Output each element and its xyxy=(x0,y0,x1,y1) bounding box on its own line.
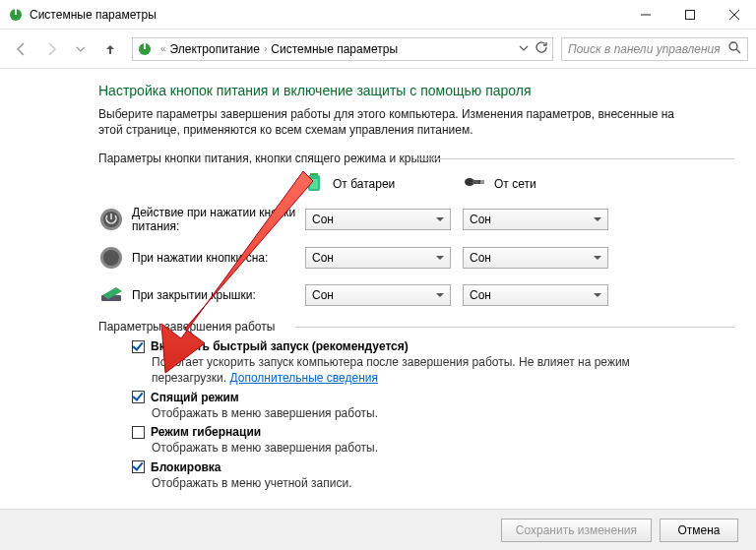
breadcrumb-item[interactable]: Электропитание xyxy=(170,42,260,56)
row-lid-close: При закрытии крышки: Сон Сон xyxy=(98,282,734,308)
sleep-battery-select[interactable]: Сон xyxy=(305,247,451,269)
hibernation-label: Режим гибернации xyxy=(151,425,261,439)
row-lid-label: При закрытии крышки: xyxy=(132,288,305,302)
hibernation-desc: Отображать в меню завершения работы. xyxy=(152,441,663,457)
close-button[interactable] xyxy=(712,0,756,30)
chevron-icon: « xyxy=(160,43,166,54)
sleep-label: Спящий режим xyxy=(151,391,239,404)
section-power-buttons-label: Параметры кнопки питания, кнопки спящего… xyxy=(98,152,734,165)
svg-point-8 xyxy=(729,42,737,50)
plug-icon xyxy=(463,174,484,193)
breadcrumb[interactable]: « Электропитание › Системные параметры xyxy=(132,37,553,61)
cancel-button[interactable]: Отмена xyxy=(660,519,738,542)
battery-icon xyxy=(305,171,323,196)
moon-icon xyxy=(98,245,124,271)
svg-rect-1 xyxy=(15,9,17,15)
search-icon xyxy=(728,41,741,57)
ac-label: От сети xyxy=(494,177,536,191)
row-sleep-button: При нажатии кнопки сна: Сон Сон xyxy=(98,245,734,271)
checkbox-fast-startup: Включить быстрый запуск (рекомендуется) … xyxy=(132,339,734,386)
lock-desc: Отображать в меню учетной записи. xyxy=(152,476,663,492)
svg-rect-7 xyxy=(144,43,146,49)
search-input[interactable]: Поиск в панели управления xyxy=(561,37,748,61)
section-shutdown-label: Параметры завершения работы xyxy=(98,320,734,334)
power-columns-header: От батареи От сети xyxy=(98,171,734,196)
laptop-icon xyxy=(98,282,124,308)
sleep-checkbox[interactable] xyxy=(132,391,145,403)
power-icon xyxy=(98,207,124,232)
minimize-button[interactable] xyxy=(623,0,667,30)
power-battery-select[interactable]: Сон xyxy=(305,209,451,230)
lid-battery-select[interactable]: Сон xyxy=(305,284,451,306)
fast-startup-desc: Помогает ускорить запуск компьютера посл… xyxy=(152,355,663,386)
lock-label: Блокировка xyxy=(151,460,221,474)
breadcrumb-icon xyxy=(137,41,153,57)
footer: Сохранить изменения Отмена xyxy=(0,509,756,550)
page-heading: Настройка кнопок питания и включение защ… xyxy=(98,83,734,98)
battery-label: От батареи xyxy=(333,177,395,191)
checkbox-sleep: Спящий режим Отображать в меню завершени… xyxy=(132,391,734,422)
sleep-ac-select[interactable]: Сон xyxy=(463,247,608,269)
nav-bar: « Электропитание › Системные параметры П… xyxy=(0,30,756,69)
row-power-button: Действие при нажатии кнопки питания: Сон… xyxy=(98,206,734,233)
recent-dropdown[interactable] xyxy=(67,35,94,63)
content-area: Настройка кнопок питания и включение защ… xyxy=(0,69,756,509)
back-button[interactable] xyxy=(8,35,35,63)
checkbox-hibernation: Режим гибернации Отображать в меню завер… xyxy=(132,425,734,457)
svg-line-9 xyxy=(736,49,740,53)
up-button[interactable] xyxy=(96,35,124,63)
chevron-right-icon: › xyxy=(264,43,267,54)
title-bar: Системные параметры xyxy=(0,0,756,30)
hibernation-checkbox[interactable] xyxy=(132,426,145,439)
breadcrumb-item[interactable]: Системные параметры xyxy=(271,42,398,56)
search-placeholder: Поиск в панели управления xyxy=(568,42,728,56)
lock-checkbox[interactable] xyxy=(132,460,145,473)
maximize-button[interactable] xyxy=(667,0,712,30)
window-title: Системные параметры xyxy=(30,8,623,22)
row-power-label: Действие при нажатии кнопки питания: xyxy=(132,206,305,233)
svg-point-20 xyxy=(103,250,119,266)
fast-startup-label: Включить быстрый запуск (рекомендуется) xyxy=(151,339,409,353)
power-ac-select[interactable]: Сон xyxy=(463,209,608,230)
svg-rect-3 xyxy=(685,10,694,19)
page-intro: Выберите параметры завершения работы для… xyxy=(98,106,699,138)
fast-startup-checkbox[interactable] xyxy=(132,340,145,353)
app-icon xyxy=(8,7,24,23)
checkbox-lock: Блокировка Отображать в меню учетной зап… xyxy=(132,460,734,492)
svg-rect-12 xyxy=(310,179,318,189)
save-button[interactable]: Сохранить изменения xyxy=(501,519,652,542)
row-sleep-label: При нажатии кнопки сна: xyxy=(132,251,305,265)
sleep-desc: Отображать в меню завершения работы. xyxy=(152,406,663,422)
chevron-down-icon[interactable] xyxy=(519,42,529,56)
more-info-link[interactable]: Дополнительные сведения xyxy=(229,371,377,385)
refresh-icon[interactable] xyxy=(535,40,548,57)
forward-button[interactable] xyxy=(37,35,65,63)
lid-ac-select[interactable]: Сон xyxy=(463,284,608,306)
